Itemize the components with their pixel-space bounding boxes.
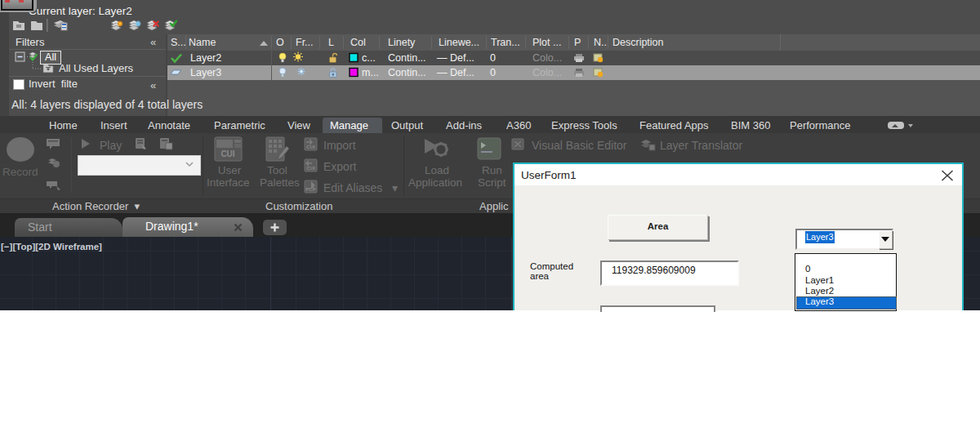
svg-text:PCP: PCP (305, 187, 315, 192)
svg-text:CUI: CUI (306, 145, 315, 149)
svg-text:CUI: CUI (220, 149, 234, 158)
svg-text:CUI: CUI (306, 166, 315, 171)
